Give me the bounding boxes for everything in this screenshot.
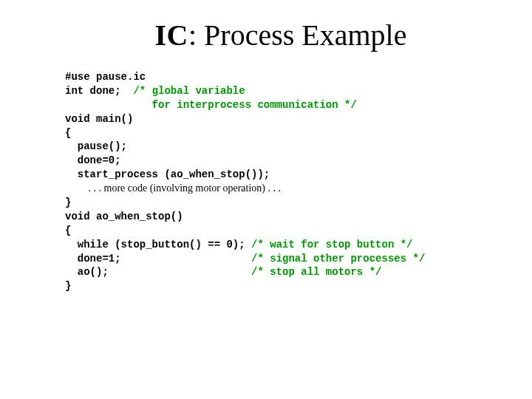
slide: IC: Process Example #use pause.ic int do… xyxy=(0,0,532,399)
title-ic: IC xyxy=(155,18,188,52)
title-rest: : Process Example xyxy=(188,18,407,52)
code-line-1: #use pause.ic xyxy=(65,71,146,83)
code-line-6: pause(); xyxy=(65,140,127,152)
code-line-10: } xyxy=(65,197,71,208)
code-comment-wait: /* wait for stop button */ xyxy=(251,239,412,250)
code-comment-global-1: /* global variable xyxy=(133,85,245,97)
code-line-11: void ao_when_stop() xyxy=(65,211,183,222)
code-line-12: { xyxy=(65,225,71,236)
code-block: #use pause.ic int done; /* global variab… xyxy=(65,70,497,293)
code-comment-global-2: for interprocess communication */ xyxy=(65,99,357,111)
code-line-14a: done=1; xyxy=(65,253,251,265)
code-line-4: void main() xyxy=(65,113,133,125)
code-line-15a: ao(); xyxy=(65,266,251,278)
code-line-8: start_process (ao_when_stop()); xyxy=(65,168,270,180)
code-note: . . . more code (involving motor operati… xyxy=(65,183,281,194)
code-comment-signal: /* signal other processes */ xyxy=(251,253,425,265)
slide-title: IC: Process Example xyxy=(65,18,497,52)
code-line-16: } xyxy=(65,280,71,292)
code-line-13a: while (stop_button() == 0); xyxy=(65,239,251,250)
code-line-2a: int done; xyxy=(65,85,133,97)
code-comment-stop: /* stop all motors */ xyxy=(251,266,381,278)
code-line-5: { xyxy=(65,127,71,139)
code-line-7: done=0; xyxy=(65,154,121,166)
